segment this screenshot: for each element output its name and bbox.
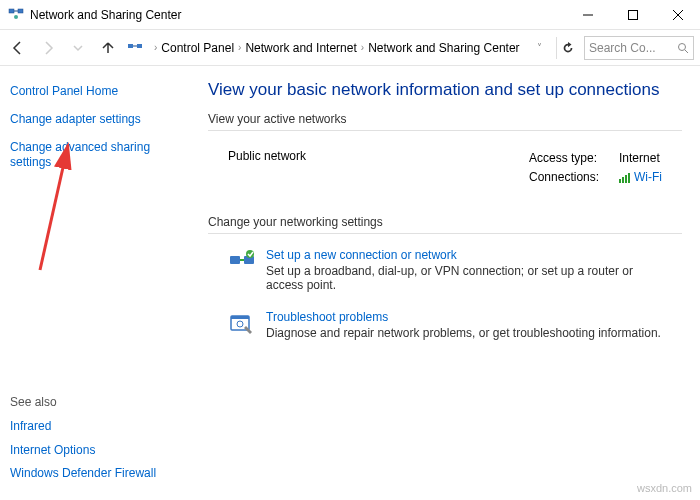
search-input[interactable]: Search Co... [584, 36, 694, 60]
window-controls [565, 0, 700, 30]
network-name: Public network [228, 149, 306, 187]
page-title: View your basic network information and … [208, 80, 682, 100]
refresh-button[interactable] [556, 37, 578, 59]
see-also-defender-firewall[interactable]: Windows Defender Firewall [10, 462, 180, 486]
access-type-label: Access type: [529, 149, 609, 168]
search-placeholder: Search Co... [589, 41, 656, 55]
minimize-button[interactable] [565, 0, 610, 30]
main-panel: View your basic network information and … [190, 66, 700, 500]
crumb-network-sharing[interactable]: Network and Sharing Center [368, 41, 519, 55]
back-button[interactable] [6, 36, 30, 60]
access-type-value: Internet [619, 149, 660, 168]
close-button[interactable] [655, 0, 700, 30]
svg-line-12 [685, 50, 688, 53]
svg-rect-5 [628, 10, 637, 19]
connections-link[interactable]: Wi-Fi [619, 168, 662, 187]
svg-rect-9 [137, 44, 142, 48]
content-area: Control Panel Home Change adapter settin… [0, 66, 700, 500]
setup-connection-icon [228, 248, 256, 276]
chevron-right-icon: › [154, 42, 157, 53]
search-icon [677, 42, 689, 54]
chevron-right-icon: › [361, 42, 364, 53]
history-dropdown[interactable] [66, 36, 90, 60]
wifi-signal-icon [619, 173, 630, 183]
see-also-infrared[interactable]: Infrared [10, 415, 180, 439]
change-settings-header: Change your networking settings [208, 215, 682, 234]
svg-rect-0 [9, 9, 14, 13]
up-button[interactable] [96, 36, 120, 60]
maximize-button[interactable] [610, 0, 655, 30]
svg-point-11 [679, 43, 686, 50]
active-network-row: Public network Access type: Internet Con… [208, 143, 682, 205]
setup-connection-item: Set up a new connection or network Set u… [208, 244, 682, 306]
sidebar-home-link[interactable]: Control Panel Home [10, 80, 180, 108]
connections-label: Connections: [529, 168, 609, 187]
titlebar: Network and Sharing Center [0, 0, 700, 30]
svg-rect-1 [18, 9, 23, 13]
svg-point-3 [14, 15, 18, 19]
setup-connection-link[interactable]: Set up a new connection or network [266, 248, 662, 262]
active-networks-header: View your active networks [208, 112, 682, 131]
see-also-header: See also [10, 395, 180, 415]
troubleshoot-desc: Diagnose and repair network problems, or… [266, 326, 661, 340]
troubleshoot-icon [228, 310, 256, 338]
troubleshoot-item: Troubleshoot problems Diagnose and repai… [208, 306, 682, 354]
window-title: Network and Sharing Center [30, 8, 181, 22]
setup-connection-desc: Set up a broadband, dial-up, or VPN conn… [266, 264, 662, 292]
chevron-right-icon: › [238, 42, 241, 53]
see-also-internet-options[interactable]: Internet Options [10, 439, 180, 463]
svg-rect-13 [230, 256, 240, 264]
crumb-network-internet[interactable]: Network and Internet [245, 41, 356, 55]
sidebar-link-adapter[interactable]: Change adapter settings [10, 108, 180, 132]
sidebar: Control Panel Home Change adapter settin… [0, 66, 190, 500]
watermark: wsxdn.com [637, 482, 692, 494]
crumb-control-panel[interactable]: Control Panel [161, 41, 234, 55]
breadcrumb[interactable]: › Control Panel › Network and Internet ›… [150, 41, 527, 55]
address-icon [126, 39, 144, 57]
troubleshoot-link[interactable]: Troubleshoot problems [266, 310, 661, 324]
svg-rect-8 [128, 44, 133, 48]
network-info: Access type: Internet Connections: Wi-Fi [529, 149, 662, 187]
connections-value: Wi-Fi [634, 168, 662, 187]
titlebar-left: Network and Sharing Center [8, 5, 181, 24]
dropdown-chevron-icon[interactable]: ˅ [533, 42, 546, 53]
svg-rect-18 [231, 316, 249, 319]
nav-toolbar: › Control Panel › Network and Internet ›… [0, 30, 700, 66]
app-icon [8, 5, 24, 24]
sidebar-link-advanced-sharing[interactable]: Change advanced sharing settings [10, 136, 180, 175]
forward-button[interactable] [36, 36, 60, 60]
